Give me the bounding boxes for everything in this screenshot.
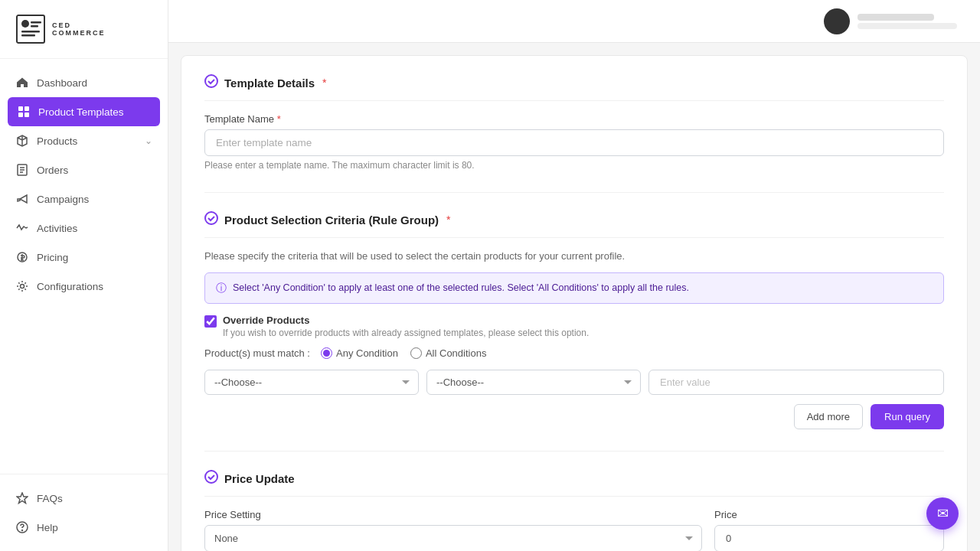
svg-point-16	[205, 75, 217, 87]
sidebar-item-products[interactable]: Products ⌄	[0, 126, 168, 155]
sidebar-item-label: Products	[37, 135, 137, 147]
section-header: Price Update	[204, 470, 944, 497]
sidebar-item-dashboard[interactable]: Dashboard	[0, 68, 168, 97]
template-icon	[17, 105, 31, 119]
sidebar-item-configurations[interactable]: Configurations	[0, 272, 168, 301]
template-name-hint: Please enter a template name. The maximu…	[204, 160, 944, 171]
svg-rect-2	[31, 21, 41, 24]
override-label-group: Override Products If you wish to overrid…	[223, 315, 589, 338]
override-products-row: Override Products If you wish to overrid…	[204, 315, 944, 338]
check-circle-icon	[204, 211, 218, 228]
any-condition-option[interactable]: Any Condition	[321, 347, 398, 359]
section-title: Product Selection Criteria (Rule Group)	[224, 214, 439, 227]
info-icon: ⓘ	[216, 282, 227, 295]
chat-button[interactable]: ✉	[926, 497, 959, 530]
chevron-down-icon: ⌄	[145, 135, 152, 146]
all-conditions-radio[interactable]	[410, 347, 422, 359]
sidebar-item-label: Orders	[37, 165, 152, 176]
logo-text: CED COMMERCE	[52, 21, 106, 37]
box-icon	[15, 134, 29, 148]
svg-rect-5	[21, 34, 35, 37]
override-label: Override Products	[223, 315, 589, 326]
activity-icon	[15, 221, 29, 235]
sidebar-item-label: Help	[37, 522, 152, 533]
sidebar-item-label: Dashboard	[37, 77, 152, 89]
condition-first-select[interactable]: --Choose--	[204, 370, 419, 395]
sidebar-item-campaigns[interactable]: Campaigns	[0, 184, 168, 214]
sidebar-item-label: Activities	[37, 223, 152, 234]
svg-rect-7	[24, 106, 29, 111]
nav-menu: Dashboard Product Templates Products ⌄ O…	[0, 59, 168, 474]
logo-area: CED COMMERCE	[0, 0, 168, 59]
main-content: Template Details * Template Name * Pleas…	[168, 0, 980, 551]
sidebar-item-faqs[interactable]: FAQs	[0, 484, 168, 513]
price-grid: Price Setting None Fixed Price Percentag…	[204, 509, 944, 551]
section-header: Template Details *	[204, 74, 944, 101]
user-name	[858, 14, 934, 21]
check-circle-icon	[204, 470, 218, 487]
price-setting-field: Price Setting None Fixed Price Percentag…	[204, 509, 702, 551]
run-query-button[interactable]: Run query	[871, 404, 944, 429]
divider	[204, 451, 944, 452]
section-description: Please specify the criteria that will be…	[204, 250, 944, 262]
price-value-field: Price	[714, 509, 944, 551]
form-container: Template Details * Template Name * Pleas…	[181, 55, 968, 551]
template-name-input[interactable]	[204, 129, 944, 156]
sidebar-item-help[interactable]: Help	[0, 513, 168, 542]
logo-icon	[15, 14, 46, 44]
orders-icon	[15, 163, 29, 177]
any-condition-radio[interactable]	[321, 347, 332, 359]
info-box: ⓘ Select 'Any Condition' to apply at lea…	[204, 272, 944, 304]
action-row: Add more Run query	[204, 404, 944, 429]
override-hint: If you wish to override products with al…	[223, 328, 589, 338]
template-name-field: Template Name * Please enter a template …	[204, 113, 944, 171]
pricing-icon	[15, 250, 29, 264]
svg-rect-6	[18, 106, 23, 111]
svg-point-1	[21, 20, 29, 28]
price-value-input[interactable]	[714, 525, 944, 551]
match-row: Product(s) must match : Any Condition Al…	[204, 347, 944, 359]
all-conditions-option[interactable]: All Conditions	[410, 347, 487, 359]
product-selection-section: Product Selection Criteria (Rule Group) …	[204, 211, 944, 429]
section-title: Template Details	[224, 77, 315, 90]
sidebar-item-label: Configurations	[37, 281, 152, 292]
user-email	[858, 23, 957, 29]
sidebar-item-label: Product Templates	[38, 106, 151, 118]
price-label: Price	[714, 509, 944, 520]
sidebar-item-label: Pricing	[37, 252, 152, 263]
divider	[204, 192, 944, 193]
any-condition-label: Any Condition	[336, 347, 398, 359]
condition-value-input[interactable]	[648, 370, 944, 395]
template-name-label: Template Name *	[204, 113, 944, 125]
svg-rect-3	[31, 25, 38, 28]
sidebar-item-pricing[interactable]: Pricing	[0, 243, 168, 272]
sidebar-item-product-templates[interactable]: Product Templates	[8, 97, 160, 126]
all-conditions-label: All Conditions	[426, 347, 487, 359]
logo: CED COMMERCE	[15, 14, 106, 44]
sidebar: CED COMMERCE Dashboard Product Templates…	[0, 0, 168, 551]
sidebar-footer: FAQs Help	[0, 474, 168, 551]
override-products-checkbox[interactable]	[204, 315, 217, 328]
svg-rect-4	[21, 31, 40, 33]
avatar	[824, 8, 850, 34]
price-setting-select[interactable]: None Fixed Price Percentage	[204, 525, 702, 551]
svg-rect-9	[24, 112, 29, 117]
template-details-section: Template Details * Template Name * Pleas…	[204, 74, 944, 171]
gear-icon	[15, 279, 29, 293]
user-info	[858, 14, 957, 29]
chat-icon: ✉	[937, 505, 949, 522]
campaigns-icon	[15, 192, 29, 206]
sidebar-item-orders[interactable]: Orders	[0, 155, 168, 184]
price-setting-label: Price Setting	[204, 509, 702, 520]
home-icon	[15, 76, 29, 90]
svg-point-17	[205, 212, 217, 224]
condition-second-select[interactable]: --Choose--	[426, 370, 641, 395]
svg-rect-8	[18, 112, 23, 117]
section-header: Product Selection Criteria (Rule Group) …	[204, 211, 944, 238]
help-icon	[15, 520, 29, 534]
add-more-button[interactable]: Add more	[794, 404, 863, 429]
price-update-section: Price Update Price Setting None Fixed Pr…	[204, 470, 944, 551]
info-text: Select 'Any Condition' to apply at least…	[233, 281, 689, 295]
sidebar-item-activities[interactable]: Activities	[0, 214, 168, 243]
svg-point-18	[205, 471, 217, 483]
